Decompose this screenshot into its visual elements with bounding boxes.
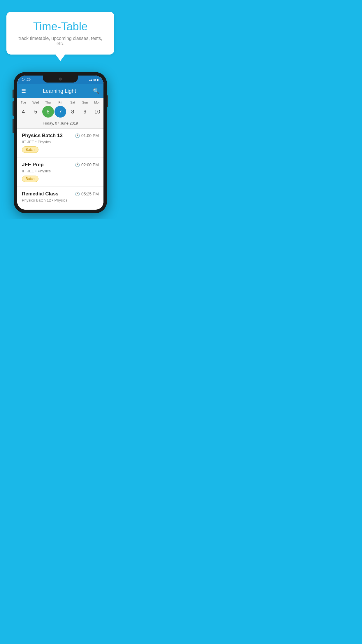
- day-label-fri: Fri: [55, 101, 66, 104]
- phone-frame: 14:29 ▴▴ ▩ ▮ ☰ Learning Light 🔍 Tue Wed …: [14, 72, 107, 213]
- bubble-title: Time-Table: [15, 20, 106, 33]
- volume-up-button: [13, 101, 14, 116]
- mute-button: [13, 90, 14, 98]
- app-bar: ☰ Learning Light 🔍: [17, 84, 103, 98]
- schedule-item-subtitle-1: IIT JEE • Physics: [22, 140, 99, 144]
- day-label-thu: Thu: [42, 101, 54, 104]
- search-icon[interactable]: 🔍: [93, 88, 99, 94]
- day-10[interactable]: 10: [92, 106, 103, 118]
- day-label-sat: Sat: [67, 101, 78, 104]
- hamburger-menu-icon[interactable]: ☰: [21, 88, 26, 94]
- battery-icon: ▮: [97, 78, 99, 81]
- calendar-strip: Tue Wed Thu Fri Sat Sun Mon 4 5 6 7 8 9 …: [17, 98, 103, 129]
- batch-badge-2: Batch: [22, 176, 38, 182]
- schedule-item-jee-prep[interactable]: JEE Prep 🕐 02:00 PM IIT JEE • Physics Ba…: [17, 158, 103, 186]
- bubble-subtitle: track timetable, upcoming classes, tests…: [15, 36, 106, 46]
- batch-badge-1: Batch: [22, 146, 38, 153]
- schedule-item-subtitle-3: Physics Batch 12 • Physics: [22, 198, 99, 202]
- schedule-item-physics-batch[interactable]: Physics Batch 12 🕐 01:00 PM IIT JEE • Ph…: [17, 129, 103, 157]
- schedule-item-title-1: Physics Batch 12: [22, 133, 63, 139]
- day-7-selected[interactable]: 7: [55, 106, 66, 118]
- schedule-item-remedial[interactable]: Remedial Class 🕐 05:25 PM Physics Batch …: [17, 187, 103, 209]
- schedule-item-title-3: Remedial Class: [22, 191, 59, 197]
- speech-bubble: Time-Table track timetable, upcoming cla…: [6, 12, 114, 55]
- schedule-time-value-1: 01:00 PM: [81, 133, 99, 138]
- day-6-today[interactable]: 6: [42, 106, 54, 118]
- schedule-item-title-2: JEE Prep: [22, 162, 44, 168]
- day-headers: Tue Wed Thu Fri Sat Sun Mon: [17, 98, 103, 105]
- schedule-list: Physics Batch 12 🕐 01:00 PM IIT JEE • Ph…: [17, 129, 103, 210]
- clock-icon-3: 🕐: [75, 192, 80, 196]
- schedule-item-header-3: Remedial Class 🕐 05:25 PM: [22, 191, 99, 197]
- schedule-item-subtitle-2: IIT JEE • Physics: [22, 169, 99, 173]
- status-icons: ▴▴ ▩ ▮: [89, 78, 99, 81]
- schedule-time-value-3: 05:25 PM: [81, 192, 99, 196]
- schedule-item-header-2: JEE Prep 🕐 02:00 PM: [22, 162, 99, 168]
- schedule-time-value-2: 02:00 PM: [81, 162, 99, 167]
- day-label-sun: Sun: [79, 101, 91, 104]
- clock-icon-2: 🕐: [75, 162, 80, 167]
- schedule-item-time-3: 🕐 05:25 PM: [75, 192, 99, 196]
- schedule-item-time-1: 🕐 01:00 PM: [75, 133, 99, 138]
- day-numbers: 4 5 6 7 8 9 10: [17, 105, 103, 120]
- day-9[interactable]: 9: [79, 106, 91, 118]
- clock-icon-1: 🕐: [75, 133, 80, 138]
- wifi-icon: ▴▴: [89, 78, 92, 81]
- volume-down-button: [13, 119, 14, 133]
- day-5[interactable]: 5: [30, 106, 41, 118]
- day-label-mon: Mon: [92, 101, 103, 104]
- app-bar-title: Learning Light: [43, 88, 76, 94]
- power-button: [107, 95, 108, 107]
- selected-date-label: Friday, 07 June 2019: [17, 120, 103, 128]
- front-camera: [59, 78, 62, 80]
- schedule-item-header-1: Physics Batch 12 🕐 01:00 PM: [22, 133, 99, 139]
- day-label-wed: Wed: [30, 101, 41, 104]
- schedule-item-time-2: 🕐 02:00 PM: [75, 162, 99, 167]
- day-8[interactable]: 8: [67, 106, 78, 118]
- day-4[interactable]: 4: [17, 106, 29, 118]
- day-label-tue: Tue: [17, 101, 29, 104]
- phone-notch: [43, 76, 78, 83]
- phone-screen: 14:29 ▴▴ ▩ ▮ ☰ Learning Light 🔍 Tue Wed …: [17, 76, 103, 210]
- status-time: 14:29: [22, 78, 31, 82]
- signal-icon: ▩: [93, 78, 96, 81]
